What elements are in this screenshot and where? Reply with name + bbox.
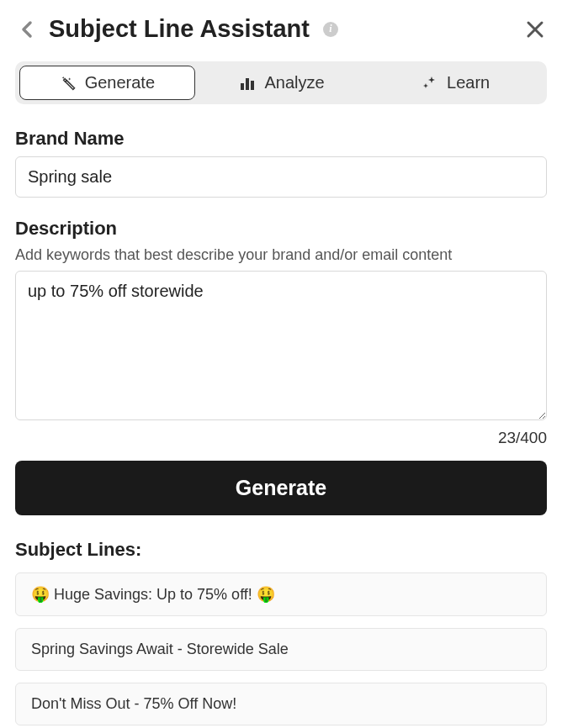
char-count: 23/400: [15, 429, 547, 447]
subject-line-result[interactable]: 🤑 Huge Savings: Up to 75% off! 🤑: [15, 572, 547, 616]
svg-rect-3: [246, 78, 249, 90]
description-label: Description: [15, 218, 547, 240]
info-icon[interactable]: i: [323, 22, 338, 37]
tab-generate[interactable]: Generate: [19, 66, 195, 100]
tab-learn-label: Learn: [447, 73, 490, 92]
svg-rect-4: [251, 81, 254, 90]
sparkles-icon: [422, 75, 438, 92]
tab-analyze[interactable]: Analyze: [195, 66, 369, 100]
brand-name-label: Brand Name: [15, 128, 547, 150]
subject-line-result[interactable]: Spring Savings Await - Storewide Sale: [15, 628, 547, 671]
brand-name-input[interactable]: [15, 156, 547, 198]
tab-generate-label: Generate: [85, 73, 155, 92]
description-sublabel: Add keywords that best describe your bra…: [15, 246, 547, 264]
chevron-left-icon: [19, 19, 35, 40]
page-title: Subject Line Assistant: [49, 15, 310, 43]
header: Subject Line Assistant i: [15, 15, 547, 43]
tab-analyze-label: Analyze: [264, 73, 324, 92]
back-button[interactable]: [15, 18, 39, 41]
subject-line-result[interactable]: Don't Miss Out - 75% Off Now!: [15, 683, 547, 725]
tab-learn[interactable]: Learn: [368, 66, 543, 100]
description-textarea[interactable]: [15, 271, 547, 420]
generate-button[interactable]: Generate: [15, 461, 547, 515]
magic-wand-icon: [60, 75, 77, 92]
close-icon: [526, 20, 544, 39]
svg-rect-2: [241, 83, 244, 90]
results-label: Subject Lines:: [15, 539, 547, 561]
close-button[interactable]: [523, 18, 547, 41]
bar-chart-icon: [239, 75, 256, 92]
tabs-container: Generate Analyze Learn: [15, 61, 547, 104]
